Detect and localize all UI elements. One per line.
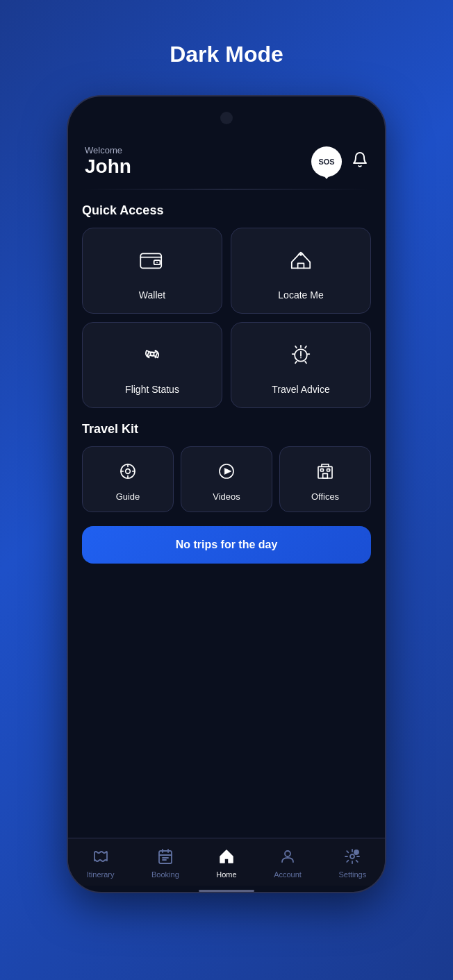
nav-indicator xyxy=(199,890,254,892)
sos-button[interactable]: SOS xyxy=(311,146,342,177)
offices-icon xyxy=(315,461,336,484)
header-left: Welcome John xyxy=(85,145,131,178)
svg-point-6 xyxy=(300,357,302,359)
account-label: Account xyxy=(274,870,302,879)
svg-point-17 xyxy=(350,854,354,859)
svg-point-2 xyxy=(156,262,158,263)
wallet-label: Wallet xyxy=(139,289,165,301)
quick-access-grid: Wallet Locate Me xyxy=(82,228,371,408)
settings-label: Settings xyxy=(338,870,366,879)
svg-rect-15 xyxy=(159,851,172,863)
phone-frame: Welcome John SOS Quick Access xyxy=(67,95,386,893)
wallet-card[interactable]: Wallet xyxy=(82,228,222,314)
bell-icon[interactable] xyxy=(352,151,368,172)
locate-me-card[interactable]: Locate Me xyxy=(231,228,371,314)
guide-label: Guide xyxy=(116,491,140,502)
svg-rect-11 xyxy=(318,466,332,478)
nav-settings[interactable]: Settings xyxy=(331,845,373,881)
phone-notch xyxy=(220,112,233,124)
booking-icon xyxy=(157,848,174,868)
bottom-nav: Itinerary Booking xyxy=(68,838,385,886)
videos-card[interactable]: Videos xyxy=(181,446,272,512)
booking-label: Booking xyxy=(151,870,179,879)
svg-point-8 xyxy=(126,469,131,474)
svg-rect-14 xyxy=(327,469,330,471)
scroll-area: Quick Access Wallet xyxy=(68,189,385,838)
home-label: Home xyxy=(216,870,236,879)
header: Welcome John SOS xyxy=(68,145,385,189)
guide-card[interactable]: Guide xyxy=(82,446,174,512)
svg-point-19 xyxy=(356,852,358,854)
svg-marker-10 xyxy=(225,468,231,474)
nav-booking[interactable]: Booking xyxy=(145,845,186,881)
offices-label: Offices xyxy=(311,491,339,502)
no-trips-banner: No trips for the day xyxy=(82,526,371,564)
locate-me-label: Locate Me xyxy=(278,289,323,301)
svg-rect-0 xyxy=(140,253,161,268)
flight-status-card[interactable]: Flight Status xyxy=(82,322,222,408)
phone-content: Welcome John SOS Quick Access xyxy=(68,96,385,892)
header-actions: SOS xyxy=(311,146,368,177)
travel-kit-title: Travel Kit xyxy=(82,422,371,437)
no-trips-text: No trips for the day xyxy=(176,539,278,550)
page-title: Dark Mode xyxy=(170,42,283,67)
nav-account[interactable]: Account xyxy=(267,845,308,881)
travel-kit-grid: Guide Videos xyxy=(82,446,371,512)
itinerary-icon xyxy=(92,848,109,868)
account-icon xyxy=(279,848,296,868)
nav-itinerary[interactable]: Itinerary xyxy=(80,845,122,881)
welcome-text: Welcome xyxy=(85,145,131,155)
svg-rect-12 xyxy=(323,473,328,478)
itinerary-label: Itinerary xyxy=(87,870,115,879)
locate-me-icon xyxy=(286,245,316,280)
svg-point-4 xyxy=(150,352,154,355)
quick-access-title: Quick Access xyxy=(82,203,371,218)
home-icon xyxy=(218,848,235,868)
svg-point-3 xyxy=(299,253,302,256)
offices-card[interactable]: Offices xyxy=(279,446,371,512)
settings-icon xyxy=(344,848,361,868)
travel-advice-card[interactable]: Travel Advice xyxy=(231,322,371,408)
svg-rect-13 xyxy=(320,469,323,471)
flight-status-label: Flight Status xyxy=(125,384,179,395)
videos-label: Videos xyxy=(213,491,240,502)
svg-point-16 xyxy=(285,851,290,856)
wallet-icon xyxy=(137,245,167,280)
nav-home[interactable]: Home xyxy=(209,845,243,881)
travel-advice-label: Travel Advice xyxy=(272,384,330,395)
user-name: John xyxy=(85,155,131,178)
flight-status-icon xyxy=(137,339,167,374)
guide-icon xyxy=(117,461,138,484)
videos-icon xyxy=(216,461,237,484)
travel-advice-icon xyxy=(286,339,316,374)
